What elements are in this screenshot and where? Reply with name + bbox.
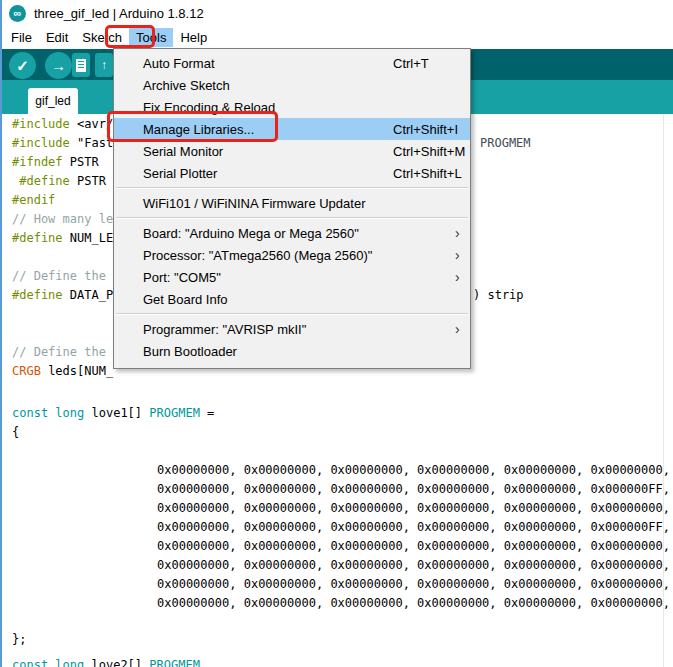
- code-segment-plain: 0x00000000, 0x00000000, 0x00000000, 0x00…: [157, 577, 670, 591]
- code-segment-plain: 0x00000000, 0x00000000, 0x00000000, 0x00…: [157, 520, 670, 534]
- code-line: // Define the: [12, 345, 113, 359]
- menu-separator: [114, 184, 470, 192]
- menubar-item-tools[interactable]: Tools: [129, 28, 173, 47]
- title-bar: ∞ three_gif_led | Arduino 1.8.12: [2, 0, 673, 26]
- code-line: 0x00000000, 0x00000000, 0x00000000, 0x00…: [157, 501, 670, 515]
- menu-item-processor-atmega2560-mega-2560[interactable]: Processor: "ATmega2560 (Mega 2560)"›: [114, 244, 470, 266]
- code-line: ) strip: [473, 288, 524, 302]
- menubar-item-edit[interactable]: Edit: [39, 28, 75, 47]
- code-line: #endif: [12, 193, 55, 207]
- menu-item-shortcut: Ctrl+T: [393, 56, 429, 71]
- menu-item-label: Serial Monitor: [143, 144, 223, 159]
- code-segment-dir: #endif: [12, 193, 55, 207]
- code-segment-plain: "Fast: [70, 136, 113, 150]
- menu-item-fix-encoding-reload[interactable]: Fix Encoding & Reload: [114, 96, 470, 118]
- menu-item-label: Auto Format: [143, 56, 215, 71]
- code-segment-plain: PSTR: [70, 174, 106, 188]
- code-segment-plain: 0x00000000, 0x00000000, 0x00000000, 0x00…: [157, 596, 670, 610]
- menu-item-wifi101-wifinina-firmware-updater[interactable]: WiFi101 / WiFiNINA Firmware Updater: [114, 192, 470, 214]
- menu-item-label: Port: "COM5": [143, 270, 221, 285]
- menu-item-label: Fix Encoding & Reload: [143, 100, 275, 115]
- code-segment-dir: #define: [12, 231, 63, 245]
- code-segment-comment: // Define the: [12, 345, 113, 359]
- code-segment-plain: PSTR: [63, 155, 99, 169]
- menu-item-label: Programmer: "AVRISP mkII": [143, 322, 306, 337]
- menubar-item-sketch[interactable]: Sketch: [75, 28, 129, 47]
- code-line: #define DATA_P: [12, 288, 113, 302]
- menu-item-label: Serial Plotter: [143, 166, 217, 181]
- code-line: #define PSTR: [12, 174, 106, 188]
- menu-item-get-board-info[interactable]: Get Board Info: [114, 288, 470, 310]
- editor-right-border: [663, 114, 664, 667]
- document-icon: [76, 59, 86, 72]
- code-segment-comment: // How many le: [12, 212, 113, 226]
- code-segment-plain: 0x00000000, 0x00000000, 0x00000000, 0x00…: [157, 482, 670, 496]
- submenu-arrow-icon: ›: [455, 247, 460, 263]
- submenu-arrow-icon: ›: [455, 269, 460, 285]
- menu-item-shortcut: Ctrl+Shift+L: [393, 166, 462, 181]
- code-line: const long love2[] PROGMEM: [12, 658, 200, 667]
- menu-separator: [114, 214, 470, 222]
- code-segment-plain: 0x00000000, 0x00000000, 0x00000000, 0x00…: [157, 463, 670, 477]
- code-segment-type: CRGB: [12, 364, 41, 378]
- new-sketch-button[interactable]: [72, 53, 90, 77]
- menu-item-label: WiFi101 / WiFiNINA Firmware Updater: [143, 196, 365, 211]
- code-segment-dir: #define: [12, 288, 63, 302]
- menu-item-label: Board: "Arduino Mega or Mega 2560": [143, 226, 359, 241]
- code-segment-plain: ) strip: [473, 288, 524, 302]
- code-segment-dir: #ifndef: [12, 155, 63, 169]
- menu-item-shortcut: Ctrl+Shift+M: [393, 144, 465, 159]
- code-line: 0x00000000, 0x00000000, 0x00000000, 0x00…: [157, 539, 670, 553]
- menu-item-serial-monitor[interactable]: Serial MonitorCtrl+Shift+M: [114, 140, 470, 162]
- code-segment-plain: {: [12, 425, 19, 439]
- code-line: #ifndef PSTR: [12, 155, 99, 169]
- menu-item-serial-plotter[interactable]: Serial PlotterCtrl+Shift+L: [114, 162, 470, 184]
- menu-item-auto-format[interactable]: Auto FormatCtrl+T: [114, 52, 470, 74]
- code-line: #include "Fast: [12, 136, 113, 150]
- tab-gif-led[interactable]: gif_led: [28, 88, 78, 114]
- window-title: three_gif_led | Arduino 1.8.12: [34, 6, 204, 21]
- code-line: #define NUM_LE: [12, 231, 113, 245]
- code-segment-kw: PROGMEM: [149, 406, 200, 420]
- verify-button[interactable]: ✓: [9, 52, 36, 79]
- upload-button[interactable]: →: [45, 52, 72, 79]
- code-segment-kw: const: [12, 406, 48, 420]
- menu-item-port-com5[interactable]: Port: "COM5"›: [114, 266, 470, 288]
- menu-item-label: Processor: "ATmega2560 (Mega 2560)": [143, 248, 372, 263]
- code-segment-dir: #include: [12, 136, 70, 150]
- code-segment-plain: 0x00000000, 0x00000000, 0x00000000, 0x00…: [157, 501, 670, 515]
- check-icon: ✓: [16, 57, 29, 75]
- code-segment-dir: #define: [19, 174, 70, 188]
- code-segment-kw: PROGMEM: [149, 658, 200, 667]
- code-segment-kw: long: [55, 406, 84, 420]
- menu-item-burn-bootloader[interactable]: Burn Bootloader: [114, 340, 470, 362]
- open-button[interactable]: ↑: [95, 53, 113, 77]
- menu-item-label: Archive Sketch: [143, 78, 230, 93]
- menubar-item-help[interactable]: Help: [173, 28, 214, 47]
- code-segment-comment: // Define the: [12, 269, 113, 283]
- open-up-arrow-icon: ↑: [101, 58, 107, 72]
- menu-item-board-arduino-mega-or-mega-2560[interactable]: Board: "Arduino Mega or Mega 2560"›: [114, 222, 470, 244]
- submenu-arrow-icon: ›: [455, 321, 460, 337]
- menu-item-archive-sketch[interactable]: Archive Sketch: [114, 74, 470, 96]
- code-line: {: [12, 425, 19, 439]
- code-segment-plain: leds[NUM_: [41, 364, 113, 378]
- code-line: PROGMEM: [480, 136, 531, 150]
- menubar-item-file[interactable]: File: [4, 28, 39, 47]
- code-segment-plain: love1[]: [84, 406, 149, 420]
- code-line: // Define the: [12, 269, 113, 283]
- code-segment-kw: long: [55, 658, 84, 667]
- menu-item-shortcut: Ctrl+Shift+I: [393, 122, 458, 137]
- menu-item-label: Burn Bootloader: [143, 344, 237, 359]
- menu-item-manage-libraries[interactable]: Manage Libraries...Ctrl+Shift+I: [114, 118, 470, 140]
- code-line: 0x00000000, 0x00000000, 0x00000000, 0x00…: [157, 463, 670, 477]
- arrow-right-icon: →: [51, 57, 66, 74]
- code-segment-frag: PROGMEM: [480, 136, 531, 150]
- code-line: const long love1[] PROGMEM =: [12, 406, 214, 420]
- menu-item-programmer-avrisp-mkii[interactable]: Programmer: "AVRISP mkII"›: [114, 318, 470, 340]
- code-segment-dir: #include: [12, 117, 70, 131]
- code-segment-kw: const: [12, 658, 48, 667]
- arduino-logo-icon: ∞: [9, 5, 26, 22]
- code-line: 0x00000000, 0x00000000, 0x00000000, 0x00…: [157, 482, 670, 496]
- code-segment-plain: 0x00000000, 0x00000000, 0x00000000, 0x00…: [157, 558, 670, 572]
